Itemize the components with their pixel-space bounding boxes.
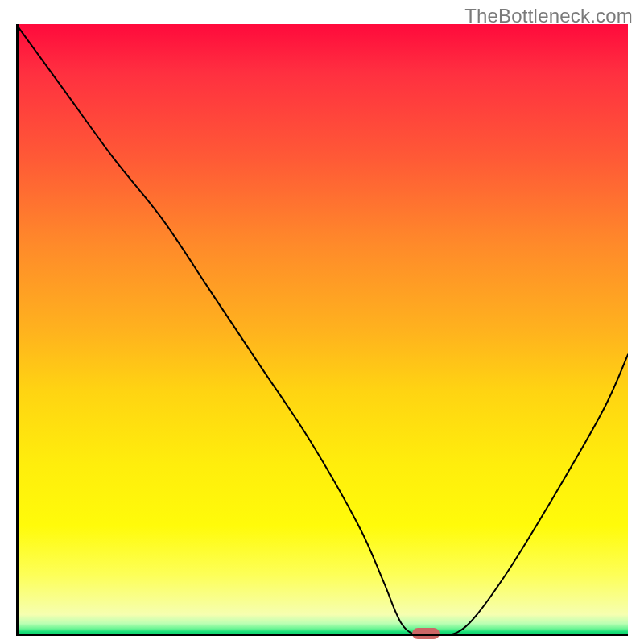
plot-area	[16, 24, 628, 636]
heat-gradient	[16, 24, 628, 636]
chart-container: TheBottleneck.com	[0, 0, 644, 644]
watermark-label: TheBottleneck.com	[464, 5, 633, 27]
